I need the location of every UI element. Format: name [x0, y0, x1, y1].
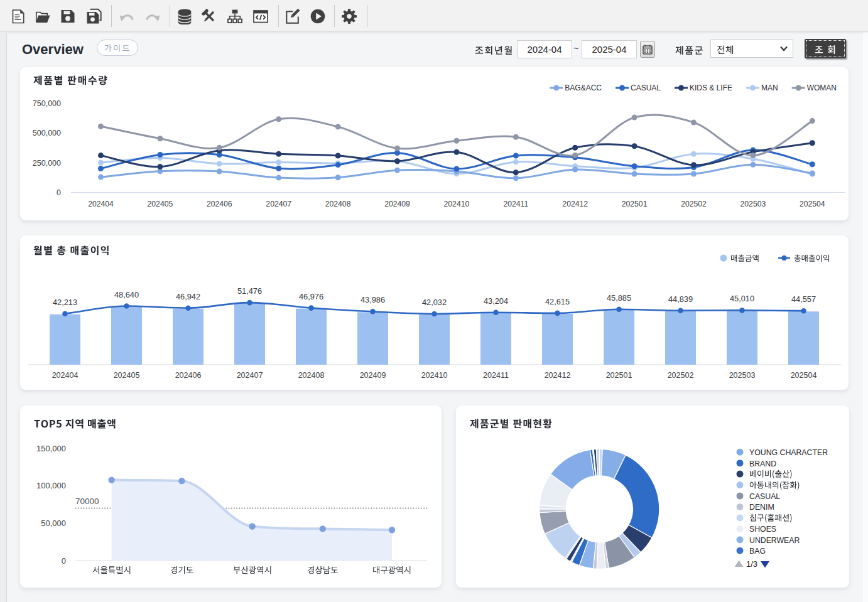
svg-text:1/3: 1/3 — [746, 559, 757, 569]
svg-text:DENIM: DENIM — [749, 503, 774, 512]
svg-text:SHOES: SHOES — [749, 525, 776, 534]
svg-text:UNDERWEAR: UNDERWEAR — [749, 536, 800, 545]
svg-text:BAG: BAG — [749, 547, 766, 556]
svg-text:YOUNG CHARACTER: YOUNG CHARACTER — [749, 448, 828, 457]
svg-text:CASUAL: CASUAL — [749, 492, 780, 501]
svg-text:BRAND: BRAND — [749, 460, 776, 468]
